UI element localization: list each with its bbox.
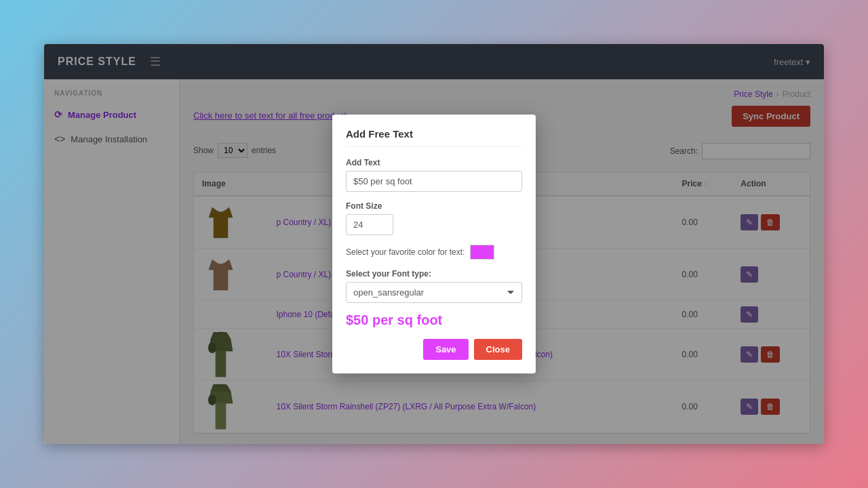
font-size-input[interactable] [346,214,393,235]
color-group: Select your favorite color for text: [346,245,522,260]
font-type-select[interactable]: open_sansregular Arial Roboto Times New … [346,282,522,303]
add-free-text-modal: Add Free Text Add Text Font Size Select … [332,115,536,373]
modal-title: Add Free Text [346,128,522,147]
color-label: Select your favorite color for text: [346,247,465,257]
modal-footer: Save Close [346,339,522,360]
close-button[interactable]: Close [474,339,522,360]
add-text-group: Add Text [346,158,522,192]
add-text-input[interactable] [346,171,522,192]
color-swatch[interactable] [470,245,494,260]
font-type-group: Select your Font type: open_sansregular … [346,269,522,303]
save-button[interactable]: Save [423,339,468,360]
font-size-label: Font Size [346,201,522,211]
preview-text: $50 per sq foot [346,312,522,328]
add-text-label: Add Text [346,158,522,167]
color-row: Select your favorite color for text: [346,245,522,260]
font-type-label: Select your Font type: [346,269,522,279]
font-size-group: Font Size [346,201,522,235]
